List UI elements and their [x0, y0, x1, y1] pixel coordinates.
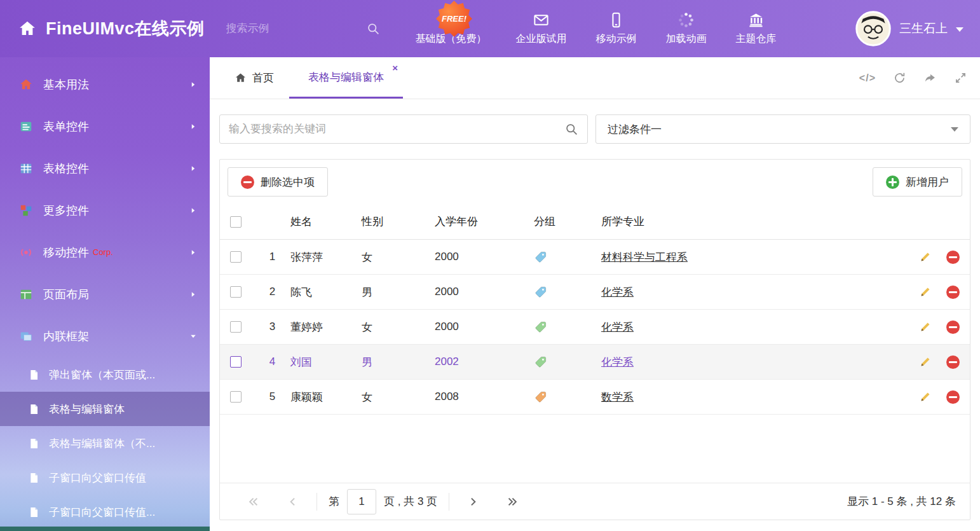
add-user-button[interactable]: 新增用户 — [873, 167, 962, 197]
filter-dropdown-value: 过滤条件一 — [608, 122, 662, 137]
delete-icon[interactable] — [946, 321, 960, 334]
record-summary: 显示 1 - 5 条 , 共 12 条 — [847, 494, 956, 509]
table-row[interactable]: 5 康颖颖 女 2008 数学系 — [220, 380, 970, 415]
home-icon — [19, 78, 33, 92]
filter-dropdown[interactable]: 过滤条件一 — [595, 114, 970, 144]
sidebar-subitem-label: 子窗口向父窗口传值 — [49, 471, 146, 485]
delete-icon[interactable] — [946, 355, 960, 369]
header-search-input[interactable] — [226, 22, 367, 35]
table-row[interactable]: 4 刘国 男 2002 化学系 — [220, 345, 970, 380]
edit-icon[interactable] — [918, 355, 932, 369]
bank-icon — [747, 11, 765, 29]
page-number-input[interactable] — [347, 489, 376, 514]
tag-icon — [534, 390, 547, 404]
spinner-icon — [677, 11, 695, 29]
sidebar-subitem-popup-window[interactable]: 弹出窗体（本页面或... — [0, 357, 210, 392]
edit-icon[interactable] — [918, 250, 932, 264]
edit-icon[interactable] — [918, 390, 932, 404]
sidebar-subitem-label: 表格与编辑窗体 — [49, 402, 125, 417]
major-link[interactable]: 数学系 — [601, 391, 634, 403]
nav-item-enterprise-trial[interactable]: 企业版试用 — [516, 11, 567, 46]
table-row[interactable]: 3 董婷婷 女 2000 化学系 — [220, 310, 970, 345]
avatar — [855, 11, 891, 46]
tab-grid-edit-window[interactable]: 表格与编辑窗体 × — [289, 57, 403, 99]
select-all-checkbox[interactable] — [230, 216, 242, 228]
cell-name: 董婷婷 — [287, 320, 362, 334]
file-icon — [28, 472, 40, 484]
expand-icon[interactable] — [954, 71, 967, 85]
edit-icon[interactable] — [918, 320, 932, 334]
sidebar-subitem-child-to-parent-2[interactable]: 子窗口向父窗口传值... — [0, 495, 210, 529]
first-page-button[interactable] — [234, 495, 273, 508]
sidebar-item-mobile-controls[interactable]: 移动控件 Corp. — [0, 231, 210, 273]
sidebar-item-form-controls[interactable]: 表单控件 — [0, 106, 210, 148]
next-page-button[interactable] — [453, 495, 493, 508]
edit-icon[interactable] — [918, 285, 932, 299]
close-icon[interactable]: × — [392, 63, 398, 72]
major-link[interactable]: 材料科学与工程系 — [601, 251, 688, 263]
search-icon[interactable] — [367, 22, 380, 36]
nav-item-theme-store[interactable]: 主题仓库 — [736, 11, 777, 46]
row-number: 3 — [258, 321, 287, 333]
corp-badge: Corp. — [93, 247, 113, 257]
table-header: 姓名 性别 入学年份 分组 所学专业 — [220, 204, 970, 240]
delete-icon[interactable] — [946, 251, 960, 264]
sidebar-item-grid-controls[interactable]: 表格控件 — [0, 148, 210, 190]
row-checkbox[interactable] — [230, 286, 242, 298]
col-year: 入学年份 — [435, 214, 530, 229]
code-icon[interactable]: </> — [859, 72, 876, 84]
chevron-right-icon — [189, 123, 197, 130]
main-content: 首页 表格与编辑窗体 × </> 过 — [210, 57, 980, 531]
delete-selected-button[interactable]: 删除选中项 — [228, 167, 328, 197]
filter-row: 过滤条件一 — [210, 99, 980, 144]
major-link[interactable]: 化学系 — [601, 321, 634, 333]
tag-icon — [534, 286, 547, 299]
last-page-button[interactable] — [493, 495, 532, 508]
nav-item-mobile-demo[interactable]: 移动示例 — [596, 11, 637, 46]
sidebar-subitem-label: 子窗口向父窗口传值... — [49, 505, 155, 520]
share-icon[interactable] — [923, 71, 937, 85]
delete-icon[interactable] — [946, 390, 960, 404]
sidebar-item-basic-usage[interactable]: 基本用法 — [0, 64, 210, 106]
brand[interactable]: FineUIMvc在线示例 — [0, 17, 205, 40]
header-search[interactable] — [226, 22, 360, 36]
grid-panel: 删除选中项 新增用户 姓名 性别 入学年份 分组 所 — [219, 159, 970, 520]
table-row[interactable]: 1 张萍萍 女 2000 材料科学与工程系 — [220, 240, 970, 275]
col-major: 所学专业 — [601, 214, 899, 229]
tab-bar: 首页 表格与编辑窗体 × </> — [210, 57, 980, 99]
blocks-icon — [19, 203, 33, 217]
sidebar-subitem-grid-edit-window-2[interactable]: 表格与编辑窗体（不... — [0, 426, 210, 460]
row-checkbox[interactable] — [230, 391, 242, 403]
col-gender: 性别 — [362, 214, 435, 229]
table-row[interactable]: 2 陈飞 男 2000 化学系 — [220, 275, 970, 310]
sidebar-item-label: 页面布局 — [43, 287, 89, 302]
sidebar-item-page-layout[interactable]: 页面布局 — [0, 273, 210, 315]
sidebar-subitem-grid-edit-window[interactable]: 表格与编辑窗体 — [0, 392, 210, 426]
keyword-search-input[interactable] — [229, 123, 565, 135]
sidebar-subitem-label: 弹出窗体（本页面或... — [49, 368, 155, 382]
user-menu[interactable]: 三生石上 — [855, 11, 963, 46]
cell-gender: 女 — [362, 250, 435, 265]
refresh-icon[interactable] — [893, 71, 906, 85]
row-checkbox[interactable] — [230, 321, 242, 333]
previous-page-button[interactable] — [273, 495, 313, 508]
chevron-right-icon — [189, 291, 197, 298]
row-number: 2 — [258, 286, 287, 298]
delete-icon[interactable] — [946, 286, 960, 299]
data-table: 姓名 性别 入学年份 分组 所学专业 1 张萍萍 女 2000 — [220, 204, 970, 415]
sidebar-subitem-child-to-parent[interactable]: 子窗口向父窗口传值 — [0, 460, 210, 495]
major-link[interactable]: 化学系 — [601, 286, 634, 298]
nav-item-loading-animation[interactable]: 加载动画 — [666, 11, 707, 46]
sidebar-item-more-controls[interactable]: 更多控件 — [0, 190, 210, 231]
nav-item-label: 加载动画 — [666, 32, 707, 46]
row-checkbox[interactable] — [230, 356, 242, 368]
tab-home[interactable]: 首页 — [219, 57, 289, 99]
search-icon[interactable] — [565, 123, 578, 136]
sidebar-item-inline-frame[interactable]: 内联框架 — [0, 315, 210, 357]
app-title: FineUIMvc在线示例 — [46, 17, 205, 40]
row-checkbox[interactable] — [230, 251, 242, 263]
keyword-search[interactable] — [219, 114, 588, 144]
cell-name: 刘国 — [287, 355, 362, 369]
user-name: 三生石上 — [899, 20, 948, 37]
major-link[interactable]: 化学系 — [601, 356, 634, 368]
